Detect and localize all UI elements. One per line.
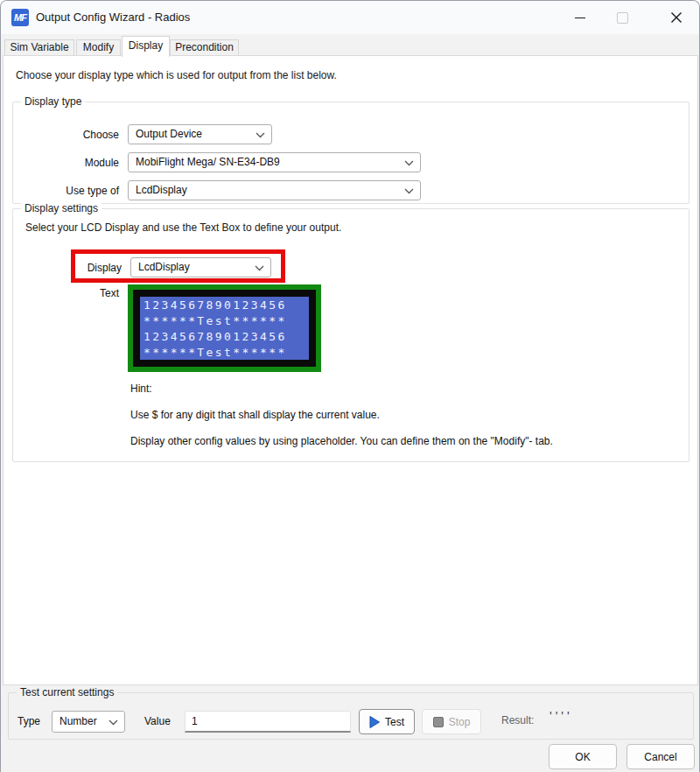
hint-title: Hint: <box>130 382 152 395</box>
text-label: Text <box>13 287 119 299</box>
group-display-settings-legend: Display settings <box>21 202 102 214</box>
lcd-line: ******Test****** <box>144 345 305 360</box>
display-tab-page: Choose your display type which is used f… <box>3 55 698 685</box>
display-label: Display <box>38 262 122 274</box>
group-display-settings: Display settings Select your LCD Display… <box>12 208 690 462</box>
group-test-settings-legend: Test current settings <box>17 686 117 698</box>
use-type-label: Use type of <box>13 185 119 197</box>
tab-modify[interactable]: Modify <box>76 39 121 56</box>
type-combo[interactable]: Number <box>52 711 125 733</box>
choose-combo-value: Output Device <box>136 128 202 140</box>
test-button[interactable]: Test <box>359 709 415 734</box>
intro-text: Choose your display type which is used f… <box>16 69 337 81</box>
stop-button-label: Stop <box>449 716 471 728</box>
group-display-type: Display type Choose Output Device Module… <box>12 102 690 204</box>
lcd-screen: 1234567890123456******Test******12345678… <box>140 297 309 360</box>
chevron-down-icon <box>108 719 118 726</box>
minimize-button[interactable] <box>561 1 599 34</box>
tab-display[interactable]: Display <box>122 36 170 57</box>
chevron-down-icon <box>256 132 265 138</box>
maximize-icon <box>617 12 628 24</box>
group-test-settings: Test current settings Type Number Value … <box>8 692 694 740</box>
mobiflight-logo-icon: MF <box>11 9 29 26</box>
value-input[interactable] <box>185 711 351 733</box>
result-label: Result: <box>501 714 534 726</box>
test-button-label: Test <box>385 716 404 728</box>
choose-combo[interactable]: Output Device <box>128 124 272 144</box>
lcd-line: 1234567890123456 <box>144 329 305 345</box>
tab-bar: Sim Variable Modify Display Precondition <box>3 36 699 56</box>
choose-label: Choose <box>13 129 119 141</box>
group-display-type-legend: Display type <box>21 95 85 108</box>
lcd-line: ******Test****** <box>144 313 305 329</box>
ok-button[interactable]: OK <box>549 744 617 769</box>
title-bar: MF Output Config Wizard - Radios <box>1 1 699 34</box>
output-config-wizard-window: MF Output Config Wizard - Radios Sim Var… <box>0 0 700 772</box>
play-icon <box>369 716 380 728</box>
module-combo-value: MobiFlight Mega/ SN-E34-DB9 <box>136 156 280 168</box>
window-title: Output Config Wizard - Radios <box>36 11 190 24</box>
minimize-icon <box>575 18 585 18</box>
display-combo-value: LcdDisplay <box>138 261 190 273</box>
chevron-down-icon <box>404 188 414 194</box>
use-type-combo[interactable]: LcdDisplay <box>128 180 421 200</box>
type-label: Type <box>18 715 44 727</box>
chevron-down-icon <box>404 160 414 166</box>
hint-line-2: Display other config values by using pla… <box>130 435 553 447</box>
tab-sim-variable[interactable]: Sim Variable <box>4 39 74 56</box>
display-combo[interactable]: LcdDisplay <box>130 257 271 277</box>
chevron-down-icon <box>255 265 264 271</box>
lcd-frame: 1234567890123456******Test******12345678… <box>133 290 316 367</box>
cancel-button[interactable]: Cancel <box>626 744 695 769</box>
close-button[interactable] <box>657 1 696 34</box>
lcd-instruction-text: Select your LCD Display and use the Text… <box>25 221 341 234</box>
value-label: Value <box>144 715 178 727</box>
module-label: Module <box>13 157 119 169</box>
type-combo-value: Number <box>60 715 97 727</box>
lcd-line: 1234567890123456 <box>144 298 305 313</box>
close-icon <box>670 11 682 24</box>
lcd-preview-textbox[interactable]: 1234567890123456******Test******12345678… <box>128 284 321 372</box>
stop-icon <box>433 717 444 727</box>
hint-line-1: Use $ for any digit that shall display t… <box>130 409 380 421</box>
stop-button: Stop <box>422 709 481 734</box>
result-value: '''' <box>550 709 573 723</box>
maximize-button <box>603 1 641 34</box>
module-combo[interactable]: MobiFlight Mega/ SN-E34-DB9 <box>128 152 421 172</box>
tab-precondition[interactable]: Precondition <box>170 39 239 56</box>
use-type-combo-value: LcdDisplay <box>136 184 187 196</box>
